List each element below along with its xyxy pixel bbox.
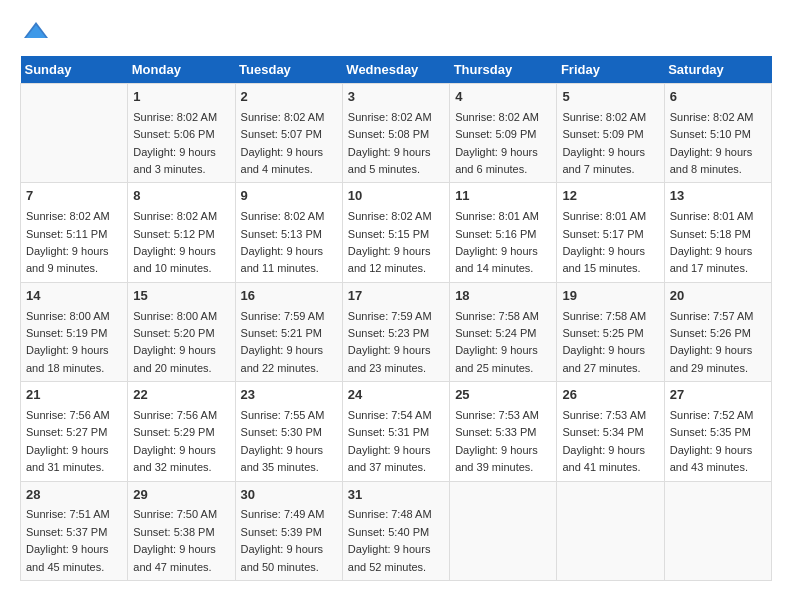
day-number: 16 xyxy=(241,287,337,306)
daylight-text: Daylight: 9 hours and 12 minutes. xyxy=(348,245,431,274)
sunset-text: Sunset: 5:40 PM xyxy=(348,526,429,538)
sunset-text: Sunset: 5:15 PM xyxy=(348,228,429,240)
logo-icon xyxy=(22,20,50,42)
logo xyxy=(20,20,50,46)
daylight-text: Daylight: 9 hours and 27 minutes. xyxy=(562,344,645,373)
day-number: 9 xyxy=(241,187,337,206)
calendar-cell: 21Sunrise: 7:56 AMSunset: 5:27 PMDayligh… xyxy=(21,382,128,481)
calendar-cell: 22Sunrise: 7:56 AMSunset: 5:29 PMDayligh… xyxy=(128,382,235,481)
sunset-text: Sunset: 5:18 PM xyxy=(670,228,751,240)
day-number: 4 xyxy=(455,88,551,107)
day-number: 20 xyxy=(670,287,766,306)
sunset-text: Sunset: 5:33 PM xyxy=(455,426,536,438)
calendar-cell: 1Sunrise: 8:02 AMSunset: 5:06 PMDaylight… xyxy=(128,84,235,183)
sunset-text: Sunset: 5:31 PM xyxy=(348,426,429,438)
sunrise-text: Sunrise: 7:56 AM xyxy=(133,409,217,421)
day-number: 21 xyxy=(26,386,122,405)
calendar-cell: 7Sunrise: 8:02 AMSunset: 5:11 PMDaylight… xyxy=(21,183,128,282)
calendar-cell: 13Sunrise: 8:01 AMSunset: 5:18 PMDayligh… xyxy=(664,183,771,282)
calendar-cell: 5Sunrise: 8:02 AMSunset: 5:09 PMDaylight… xyxy=(557,84,664,183)
day-number: 14 xyxy=(26,287,122,306)
sunset-text: Sunset: 5:25 PM xyxy=(562,327,643,339)
sunrise-text: Sunrise: 8:01 AM xyxy=(562,210,646,222)
day-number: 5 xyxy=(562,88,658,107)
calendar-cell xyxy=(664,481,771,580)
daylight-text: Daylight: 9 hours and 22 minutes. xyxy=(241,344,324,373)
daylight-text: Daylight: 9 hours and 43 minutes. xyxy=(670,444,753,473)
sunset-text: Sunset: 5:34 PM xyxy=(562,426,643,438)
sunset-text: Sunset: 5:12 PM xyxy=(133,228,214,240)
daylight-text: Daylight: 9 hours and 10 minutes. xyxy=(133,245,216,274)
day-number: 7 xyxy=(26,187,122,206)
calendar-week-5: 28Sunrise: 7:51 AMSunset: 5:37 PMDayligh… xyxy=(21,481,772,580)
day-number: 24 xyxy=(348,386,444,405)
sunset-text: Sunset: 5:11 PM xyxy=(26,228,107,240)
sunrise-text: Sunrise: 7:58 AM xyxy=(455,310,539,322)
day-number: 12 xyxy=(562,187,658,206)
weekday-header-sunday: Sunday xyxy=(21,56,128,84)
day-number: 6 xyxy=(670,88,766,107)
sunset-text: Sunset: 5:37 PM xyxy=(26,526,107,538)
sunrise-text: Sunrise: 7:51 AM xyxy=(26,508,110,520)
sunrise-text: Sunrise: 8:02 AM xyxy=(348,210,432,222)
sunrise-text: Sunrise: 7:56 AM xyxy=(26,409,110,421)
calendar-cell: 19Sunrise: 7:58 AMSunset: 5:25 PMDayligh… xyxy=(557,282,664,381)
sunrise-text: Sunrise: 7:59 AM xyxy=(241,310,325,322)
sunset-text: Sunset: 5:39 PM xyxy=(241,526,322,538)
calendar-cell: 30Sunrise: 7:49 AMSunset: 5:39 PMDayligh… xyxy=(235,481,342,580)
day-number: 26 xyxy=(562,386,658,405)
day-number: 27 xyxy=(670,386,766,405)
daylight-text: Daylight: 9 hours and 20 minutes. xyxy=(133,344,216,373)
calendar-cell: 16Sunrise: 7:59 AMSunset: 5:21 PMDayligh… xyxy=(235,282,342,381)
calendar-cell: 17Sunrise: 7:59 AMSunset: 5:23 PMDayligh… xyxy=(342,282,449,381)
day-number: 31 xyxy=(348,486,444,505)
daylight-text: Daylight: 9 hours and 47 minutes. xyxy=(133,543,216,572)
weekday-header-friday: Friday xyxy=(557,56,664,84)
daylight-text: Daylight: 9 hours and 50 minutes. xyxy=(241,543,324,572)
calendar-cell: 10Sunrise: 8:02 AMSunset: 5:15 PMDayligh… xyxy=(342,183,449,282)
calendar-cell: 28Sunrise: 7:51 AMSunset: 5:37 PMDayligh… xyxy=(21,481,128,580)
calendar-cell: 24Sunrise: 7:54 AMSunset: 5:31 PMDayligh… xyxy=(342,382,449,481)
calendar-cell xyxy=(450,481,557,580)
calendar-cell: 3Sunrise: 8:02 AMSunset: 5:08 PMDaylight… xyxy=(342,84,449,183)
daylight-text: Daylight: 9 hours and 17 minutes. xyxy=(670,245,753,274)
sunset-text: Sunset: 5:09 PM xyxy=(562,128,643,140)
day-number: 15 xyxy=(133,287,229,306)
sunset-text: Sunset: 5:17 PM xyxy=(562,228,643,240)
calendar-cell: 6Sunrise: 8:02 AMSunset: 5:10 PMDaylight… xyxy=(664,84,771,183)
sunset-text: Sunset: 5:09 PM xyxy=(455,128,536,140)
calendar-cell xyxy=(21,84,128,183)
calendar-cell: 23Sunrise: 7:55 AMSunset: 5:30 PMDayligh… xyxy=(235,382,342,481)
day-number: 29 xyxy=(133,486,229,505)
daylight-text: Daylight: 9 hours and 45 minutes. xyxy=(26,543,109,572)
sunrise-text: Sunrise: 8:02 AM xyxy=(348,111,432,123)
day-number: 30 xyxy=(241,486,337,505)
sunrise-text: Sunrise: 7:53 AM xyxy=(562,409,646,421)
daylight-text: Daylight: 9 hours and 18 minutes. xyxy=(26,344,109,373)
sunrise-text: Sunrise: 7:59 AM xyxy=(348,310,432,322)
day-number: 8 xyxy=(133,187,229,206)
sunset-text: Sunset: 5:08 PM xyxy=(348,128,429,140)
day-number: 22 xyxy=(133,386,229,405)
sunset-text: Sunset: 5:27 PM xyxy=(26,426,107,438)
daylight-text: Daylight: 9 hours and 39 minutes. xyxy=(455,444,538,473)
calendar-cell: 2Sunrise: 8:02 AMSunset: 5:07 PMDaylight… xyxy=(235,84,342,183)
sunrise-text: Sunrise: 8:02 AM xyxy=(133,111,217,123)
daylight-text: Daylight: 9 hours and 9 minutes. xyxy=(26,245,109,274)
calendar-cell: 8Sunrise: 8:02 AMSunset: 5:12 PMDaylight… xyxy=(128,183,235,282)
sunset-text: Sunset: 5:07 PM xyxy=(241,128,322,140)
daylight-text: Daylight: 9 hours and 37 minutes. xyxy=(348,444,431,473)
calendar-cell: 25Sunrise: 7:53 AMSunset: 5:33 PMDayligh… xyxy=(450,382,557,481)
sunrise-text: Sunrise: 7:58 AM xyxy=(562,310,646,322)
weekday-header-wednesday: Wednesday xyxy=(342,56,449,84)
sunset-text: Sunset: 5:23 PM xyxy=(348,327,429,339)
calendar-cell: 4Sunrise: 8:02 AMSunset: 5:09 PMDaylight… xyxy=(450,84,557,183)
sunrise-text: Sunrise: 7:49 AM xyxy=(241,508,325,520)
sunrise-text: Sunrise: 8:02 AM xyxy=(26,210,110,222)
weekday-header-tuesday: Tuesday xyxy=(235,56,342,84)
day-number: 25 xyxy=(455,386,551,405)
day-number: 3 xyxy=(348,88,444,107)
daylight-text: Daylight: 9 hours and 41 minutes. xyxy=(562,444,645,473)
calendar-cell: 26Sunrise: 7:53 AMSunset: 5:34 PMDayligh… xyxy=(557,382,664,481)
daylight-text: Daylight: 9 hours and 31 minutes. xyxy=(26,444,109,473)
